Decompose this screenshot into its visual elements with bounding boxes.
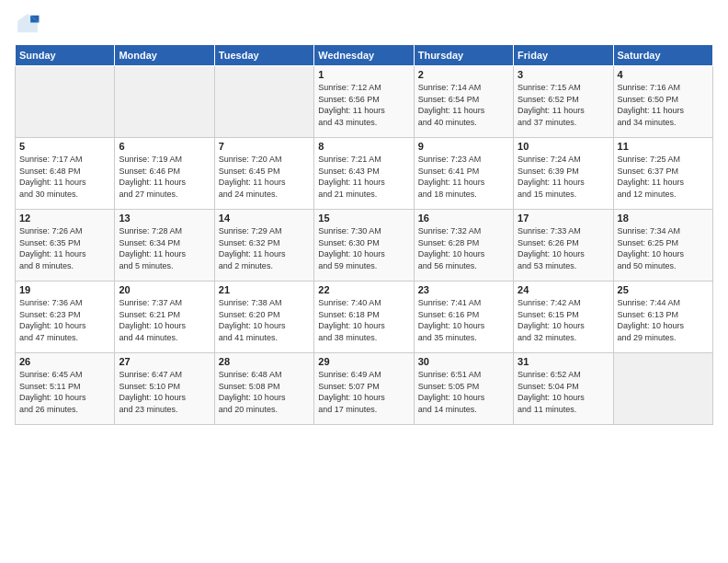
calendar-cell: 30Sunrise: 6:51 AMSunset: 5:05 PMDayligh…: [414, 353, 513, 425]
day-info: Sunrise: 7:25 AMSunset: 6:37 PMDaylight:…: [618, 154, 709, 200]
day-number: 4: [618, 69, 709, 80]
day-info: Sunrise: 7:34 AMSunset: 6:25 PMDaylight:…: [618, 225, 709, 271]
calendar-cell: 24Sunrise: 7:42 AMSunset: 6:15 PMDayligh…: [514, 282, 613, 353]
day-info: Sunrise: 7:41 AMSunset: 6:16 PMDaylight:…: [418, 297, 509, 343]
calendar-week-2: 5Sunrise: 7:17 AMSunset: 6:48 PMDaylight…: [16, 138, 713, 210]
day-number: 26: [19, 356, 110, 367]
day-number: 23: [418, 284, 509, 295]
calendar-header-row: SundayMondayTuesdayWednesdayThursdayFrid…: [16, 45, 713, 66]
calendar-cell: [16, 66, 115, 138]
day-info: Sunrise: 7:32 AMSunset: 6:28 PMDaylight:…: [418, 225, 509, 271]
calendar-cell: 25Sunrise: 7:44 AMSunset: 6:13 PMDayligh…: [613, 282, 712, 353]
day-info: Sunrise: 7:30 AMSunset: 6:30 PMDaylight:…: [318, 225, 409, 271]
day-info: Sunrise: 7:29 AMSunset: 6:32 PMDaylight:…: [219, 225, 310, 271]
day-info: Sunrise: 7:16 AMSunset: 6:50 PMDaylight:…: [618, 82, 709, 128]
calendar-week-1: 1Sunrise: 7:12 AMSunset: 6:56 PMDaylight…: [16, 66, 713, 138]
day-info: Sunrise: 7:42 AMSunset: 6:15 PMDaylight:…: [518, 297, 609, 343]
day-info: Sunrise: 7:33 AMSunset: 6:26 PMDaylight:…: [518, 225, 609, 271]
calendar-week-3: 12Sunrise: 7:26 AMSunset: 6:35 PMDayligh…: [16, 210, 713, 282]
day-number: 13: [119, 213, 210, 224]
day-number: 18: [618, 213, 709, 224]
day-number: 15: [318, 213, 409, 224]
day-number: 9: [418, 141, 509, 152]
day-info: Sunrise: 7:15 AMSunset: 6:52 PMDaylight:…: [518, 82, 609, 128]
day-info: Sunrise: 7:28 AMSunset: 6:34 PMDaylight:…: [119, 225, 210, 271]
calendar-header-sunday: Sunday: [16, 45, 115, 66]
day-info: Sunrise: 7:26 AMSunset: 6:35 PMDaylight:…: [19, 225, 110, 271]
calendar-cell: 7Sunrise: 7:20 AMSunset: 6:45 PMDaylight…: [214, 138, 313, 210]
logo: [15, 11, 44, 37]
day-info: Sunrise: 7:44 AMSunset: 6:13 PMDaylight:…: [618, 297, 709, 343]
calendar-cell: 9Sunrise: 7:23 AMSunset: 6:41 PMDaylight…: [414, 138, 513, 210]
day-info: Sunrise: 6:47 AMSunset: 5:10 PMDaylight:…: [119, 369, 210, 415]
calendar-cell: [115, 66, 214, 138]
calendar-cell: 8Sunrise: 7:21 AMSunset: 6:43 PMDaylight…: [314, 138, 414, 210]
calendar-cell: 21Sunrise: 7:38 AMSunset: 6:20 PMDayligh…: [214, 282, 313, 353]
day-info: Sunrise: 7:17 AMSunset: 6:48 PMDaylight:…: [19, 154, 110, 200]
calendar-cell: 29Sunrise: 6:49 AMSunset: 5:07 PMDayligh…: [314, 353, 414, 425]
calendar-cell: 19Sunrise: 7:36 AMSunset: 6:23 PMDayligh…: [16, 282, 115, 353]
day-number: 22: [318, 284, 409, 295]
calendar-header-wednesday: Wednesday: [314, 45, 414, 66]
day-info: Sunrise: 6:45 AMSunset: 5:11 PMDaylight:…: [19, 369, 110, 415]
calendar-cell: 28Sunrise: 6:48 AMSunset: 5:08 PMDayligh…: [214, 353, 313, 425]
day-number: 31: [518, 356, 609, 367]
day-info: Sunrise: 7:38 AMSunset: 6:20 PMDaylight:…: [219, 297, 310, 343]
day-info: Sunrise: 7:24 AMSunset: 6:39 PMDaylight:…: [518, 154, 609, 200]
day-info: Sunrise: 7:21 AMSunset: 6:43 PMDaylight:…: [318, 154, 409, 200]
calendar-cell: 13Sunrise: 7:28 AMSunset: 6:34 PMDayligh…: [115, 210, 214, 282]
day-number: 2: [418, 69, 509, 80]
day-number: 11: [618, 141, 709, 152]
calendar-cell: [214, 66, 313, 138]
day-info: Sunrise: 6:48 AMSunset: 5:08 PMDaylight:…: [219, 369, 310, 415]
day-number: 17: [518, 213, 609, 224]
calendar-cell: 10Sunrise: 7:24 AMSunset: 6:39 PMDayligh…: [514, 138, 613, 210]
day-number: 7: [219, 141, 310, 152]
day-number: 8: [318, 141, 409, 152]
day-number: 20: [119, 284, 210, 295]
calendar-cell: 31Sunrise: 6:52 AMSunset: 5:04 PMDayligh…: [514, 353, 613, 425]
calendar-week-5: 26Sunrise: 6:45 AMSunset: 5:11 PMDayligh…: [16, 353, 713, 425]
calendar-cell: 23Sunrise: 7:41 AMSunset: 6:16 PMDayligh…: [414, 282, 513, 353]
day-info: Sunrise: 7:37 AMSunset: 6:21 PMDaylight:…: [119, 297, 210, 343]
calendar-cell: [613, 353, 712, 425]
day-number: 30: [418, 356, 509, 367]
day-info: Sunrise: 7:19 AMSunset: 6:46 PMDaylight:…: [119, 154, 210, 200]
day-number: 25: [618, 284, 709, 295]
calendar-header-tuesday: Tuesday: [214, 45, 313, 66]
day-info: Sunrise: 7:23 AMSunset: 6:41 PMDaylight:…: [418, 154, 509, 200]
day-number: 28: [219, 356, 310, 367]
day-number: 19: [19, 284, 110, 295]
calendar-cell: 17Sunrise: 7:33 AMSunset: 6:26 PMDayligh…: [514, 210, 613, 282]
calendar-cell: 27Sunrise: 6:47 AMSunset: 5:10 PMDayligh…: [115, 353, 214, 425]
day-number: 12: [19, 213, 110, 224]
calendar: SundayMondayTuesdayWednesdayThursdayFrid…: [15, 44, 713, 425]
calendar-cell: 14Sunrise: 7:29 AMSunset: 6:32 PMDayligh…: [214, 210, 313, 282]
day-number: 21: [219, 284, 310, 295]
calendar-cell: 3Sunrise: 7:15 AMSunset: 6:52 PMDaylight…: [514, 66, 613, 138]
calendar-cell: 18Sunrise: 7:34 AMSunset: 6:25 PMDayligh…: [613, 210, 712, 282]
day-number: 5: [19, 141, 110, 152]
day-number: 6: [119, 141, 210, 152]
day-info: Sunrise: 7:36 AMSunset: 6:23 PMDaylight:…: [19, 297, 110, 343]
calendar-cell: 15Sunrise: 7:30 AMSunset: 6:30 PMDayligh…: [314, 210, 414, 282]
calendar-cell: 2Sunrise: 7:14 AMSunset: 6:54 PMDaylight…: [414, 66, 513, 138]
day-info: Sunrise: 7:40 AMSunset: 6:18 PMDaylight:…: [318, 297, 409, 343]
calendar-cell: 4Sunrise: 7:16 AMSunset: 6:50 PMDaylight…: [613, 66, 712, 138]
page: SundayMondayTuesdayWednesdayThursdayFrid…: [0, 0, 728, 563]
day-info: Sunrise: 6:49 AMSunset: 5:07 PMDaylight:…: [318, 369, 409, 415]
day-info: Sunrise: 7:14 AMSunset: 6:54 PMDaylight:…: [418, 82, 509, 128]
calendar-week-4: 19Sunrise: 7:36 AMSunset: 6:23 PMDayligh…: [16, 282, 713, 353]
day-info: Sunrise: 7:12 AMSunset: 6:56 PMDaylight:…: [318, 82, 409, 128]
calendar-cell: 20Sunrise: 7:37 AMSunset: 6:21 PMDayligh…: [115, 282, 214, 353]
day-info: Sunrise: 6:52 AMSunset: 5:04 PMDaylight:…: [518, 369, 609, 415]
calendar-cell: 5Sunrise: 7:17 AMSunset: 6:48 PMDaylight…: [16, 138, 115, 210]
day-number: 24: [518, 284, 609, 295]
header: [15, 11, 713, 37]
calendar-cell: 26Sunrise: 6:45 AMSunset: 5:11 PMDayligh…: [16, 353, 115, 425]
day-info: Sunrise: 6:51 AMSunset: 5:05 PMDaylight:…: [418, 369, 509, 415]
calendar-header-saturday: Saturday: [613, 45, 712, 66]
day-number: 16: [418, 213, 509, 224]
day-number: 27: [119, 356, 210, 367]
day-number: 29: [318, 356, 409, 367]
